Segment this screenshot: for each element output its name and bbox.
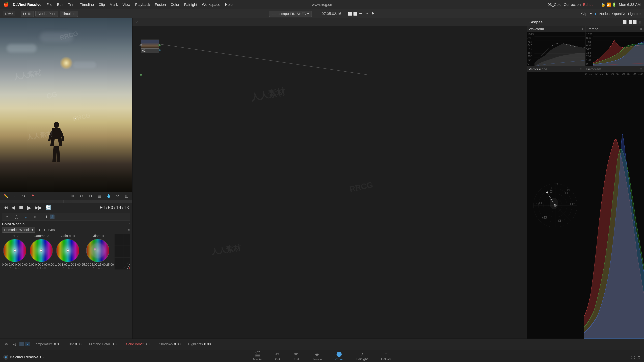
settings-icon[interactable]: ⊙ [78, 193, 85, 199]
tab-edit[interactable]: ✏ Edit [294, 351, 299, 361]
menu-fusion[interactable]: Fusion [155, 2, 166, 7]
scopes-panel: Scopes ⬜ ⬜⬜ ⊞ Waveform ≡ 1023 896 768 [526, 18, 644, 339]
go-to-start-button[interactable]: ⏮ [3, 205, 8, 210]
tab-cut[interactable]: ✂ Cut [275, 351, 280, 361]
tab-fairlight[interactable]: ♪ Fairlight [356, 351, 368, 361]
gain-extra-icon[interactable]: ⊕ [72, 234, 75, 238]
scope-grid-4-icon[interactable]: ⊞ [638, 20, 641, 24]
nodes-button[interactable]: Nodes [600, 12, 610, 16]
node-close-button[interactable]: ✕ [135, 20, 138, 24]
menu-file[interactable]: File [46, 2, 52, 7]
curves-tab[interactable]: Curves [44, 228, 55, 232]
grid-icon[interactable]: ⊞ [69, 193, 76, 199]
eyedropper-icon[interactable]: 💧 [105, 193, 112, 199]
node-output-connector[interactable] [158, 44, 161, 46]
highlights-value[interactable]: 0.00 [204, 342, 214, 346]
menu-trim[interactable]: Trim [68, 2, 75, 7]
pencil-mode-icon[interactable]: ✏ [3, 341, 10, 348]
offset-expand-icon[interactable]: ⊕ [102, 234, 104, 238]
lift-label: Lift ↺ [2, 234, 28, 238]
clip-index-1[interactable]: 1 [46, 215, 47, 219]
gamma-reset-icon[interactable]: ↺ [46, 234, 49, 238]
tab-fusion[interactable]: ◈ Fusion [312, 351, 322, 361]
loop-button[interactable]: 🔄 [46, 205, 51, 210]
menu-workspace[interactable]: Workspace [202, 2, 220, 7]
media-pool-button[interactable]: Media Pool [36, 11, 58, 17]
fullscreen-icon[interactable]: ⛶ [631, 355, 635, 360]
tint-value[interactable]: 0.00 [75, 342, 85, 346]
midtone-detail-value[interactable]: 0.00 [112, 342, 122, 346]
node-input-connector[interactable] [140, 44, 142, 46]
curves-expand-icon[interactable]: ◈ [128, 228, 130, 232]
step-forward-button[interactable]: ▶▶ [35, 205, 42, 210]
lightbox-button[interactable]: Lightbox [628, 12, 641, 16]
undo-icon[interactable]: ↩ [12, 193, 18, 199]
temperature-value[interactable]: 0.0 [54, 342, 64, 346]
stop-button[interactable]: ⏹ [18, 204, 24, 211]
clip-index-2[interactable]: 2 [50, 215, 54, 219]
shadows-value[interactable]: 0.00 [174, 342, 184, 346]
pencil-tool-icon[interactable]: ✏ [4, 214, 10, 220]
circle-mode-icon[interactable]: ◎ [12, 341, 18, 348]
menu-help[interactable]: Help [225, 2, 232, 7]
timeline-track[interactable] [0, 200, 132, 203]
color-wheels-expand-icon[interactable]: • [129, 222, 130, 226]
histogram-settings-icon[interactable]: ≡ [640, 67, 642, 71]
transform-icon[interactable]: ⊡ [87, 193, 94, 199]
node-canvas[interactable]: 01 人人素材 RRCG 人人素材 [132, 26, 526, 339]
play-button[interactable]: ▶ [27, 204, 31, 211]
scope-grid-1-icon[interactable]: ⬜ [622, 20, 627, 24]
gamma-color-wheel[interactable] [30, 239, 53, 262]
landscape-preset-button[interactable]: Landscape FINISHED ▾ [269, 11, 312, 17]
gain-reset-icon[interactable]: ↺ [69, 234, 72, 238]
offset-color-wheel[interactable] [86, 239, 110, 262]
menu-timeline[interactable]: Timeline [80, 2, 94, 7]
viewer-flag-icon[interactable]: ⚑ [372, 11, 375, 16]
curves-svg[interactable] [114, 234, 130, 270]
index-1[interactable]: 1 [20, 342, 24, 347]
lift-color-wheel[interactable] [3, 239, 26, 262]
node-key-connector[interactable] [159, 49, 161, 51]
redo-icon[interactable]: ↪ [20, 193, 27, 199]
menu-clip[interactable]: Clip [98, 2, 105, 7]
color-boost-value[interactable]: 0.00 [145, 342, 155, 346]
watermark-cg: CG [46, 90, 58, 100]
timeline-scrubber[interactable] [0, 200, 132, 203]
compare-icon[interactable]: ◫ [123, 193, 130, 199]
tab-media[interactable]: 🎬 Media [253, 351, 262, 361]
draw-tool-icon[interactable]: ✏️ [2, 193, 9, 199]
clip-dropdown[interactable]: ▾ [590, 12, 592, 16]
flag-red-icon[interactable]: ⚑ [30, 193, 36, 199]
parade-settings-icon[interactable]: ≡ [640, 27, 642, 31]
menu-edit[interactable]: Edit [57, 2, 64, 7]
menu-view[interactable]: View [122, 2, 130, 7]
luts-button[interactable]: LUTs [21, 11, 34, 17]
gamma-value-labels: YRGB [36, 267, 46, 270]
scope-grid-2-icon[interactable]: ⬜⬜ [628, 20, 637, 24]
menu-color[interactable]: Color [170, 2, 180, 7]
openfl-button[interactable]: OpenFX [612, 12, 625, 16]
display-icon[interactable]: ▦ [96, 193, 103, 199]
node-01[interactable]: 01 [141, 39, 159, 53]
gain-color-wheel[interactable] [56, 239, 80, 262]
primaries-wheels-tab[interactable]: Primaries Wheels ▾ [2, 227, 36, 233]
reset-icon[interactable]: ↺ [114, 193, 121, 199]
tab-deliver[interactable]: ↑ Deliver [381, 351, 391, 361]
step-back-button[interactable]: ◀ [12, 205, 15, 210]
menu-fairlight[interactable]: Fairlight [184, 2, 197, 7]
svg-text:G: G [542, 217, 544, 219]
highlight-tool-icon[interactable]: ◯ [13, 214, 20, 220]
timeline-button[interactable]: Timeline [60, 11, 78, 17]
menu-mark[interactable]: Mark [110, 2, 118, 7]
lift-reset-icon[interactable]: ↺ [16, 234, 19, 238]
tab-color[interactable]: ⬤ Color [336, 351, 343, 361]
transform-tool-icon[interactable]: ⊠ [32, 214, 38, 220]
apple-logo-icon[interactable]: 🍎 [3, 2, 9, 7]
index-2[interactable]: 2 [25, 342, 30, 347]
waveform-settings-icon[interactable]: ≡ [582, 27, 583, 31]
cursor-tool-icon[interactable]: ⌖ [366, 11, 368, 16]
vectorscope-settings-icon[interactable]: ≡ [580, 67, 582, 71]
menu-playback[interactable]: Playback [135, 2, 150, 7]
settings-icon-bottom[interactable]: ⚙ [637, 355, 641, 360]
eyedropper-tool-icon[interactable]: ◎ [22, 214, 29, 220]
